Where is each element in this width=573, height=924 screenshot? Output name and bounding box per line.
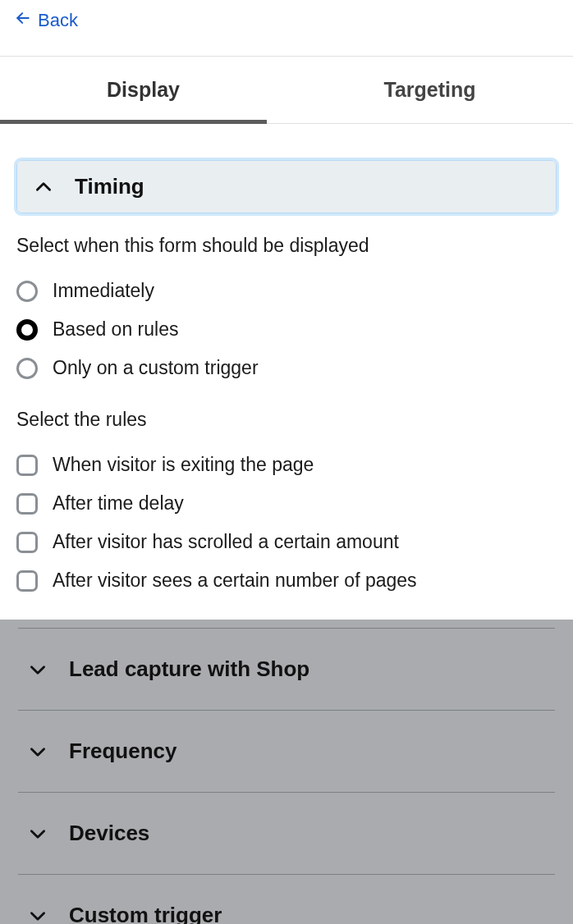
radio-custom-trigger-label: Only on a custom trigger: [53, 357, 259, 379]
arrow-left-icon: [15, 10, 31, 31]
back-label: Back: [38, 10, 78, 31]
chevron-down-icon: [26, 822, 49, 845]
tab-targeting[interactable]: Targeting: [286, 57, 573, 123]
tab-display-label: Display: [107, 78, 180, 102]
checkbox-page-views[interactable]: After visitor sees a certain number of p…: [16, 561, 557, 600]
timing-prompt: Select when this form should be displaye…: [16, 235, 557, 257]
header-bar: Back: [0, 0, 573, 57]
radio-custom-trigger[interactable]: Only on a custom trigger: [16, 349, 557, 387]
accordion-lead-capture-title: Lead capture with Shop: [69, 656, 309, 682]
accordion-custom-trigger[interactable]: Custom trigger: [18, 874, 555, 924]
radio-icon: [16, 319, 38, 341]
radio-immediately-label: Immediately: [53, 280, 154, 302]
accordion-lead-capture[interactable]: Lead capture with Shop: [18, 628, 555, 710]
chevron-down-icon: [26, 658, 49, 681]
accordion-frequency[interactable]: Frequency: [18, 710, 555, 792]
accordion-custom-trigger-title: Custom trigger: [69, 903, 222, 924]
accordion-frequency-title: Frequency: [69, 739, 177, 764]
accordion-devices[interactable]: Devices: [18, 792, 555, 874]
checkbox-delay-label: After time delay: [53, 492, 184, 515]
radio-based-on-rules[interactable]: Based on rules: [16, 310, 557, 349]
chevron-down-icon: [26, 904, 49, 925]
checkbox-time-delay[interactable]: After time delay: [16, 484, 557, 523]
collapsed-sections: Lead capture with Shop Frequency Devices…: [0, 620, 573, 924]
back-button[interactable]: Back: [15, 5, 78, 31]
checkbox-scroll-amount[interactable]: After visitor has scrolled a certain amo…: [16, 523, 557, 561]
accordion-devices-title: Devices: [69, 821, 149, 846]
accordion-timing-header[interactable]: Timing: [16, 160, 557, 213]
tab-display[interactable]: Display: [0, 57, 286, 123]
chevron-down-icon: [26, 740, 49, 763]
tab-targeting-label: Targeting: [383, 78, 475, 102]
display-tab-content: Timing Select when this form should be d…: [0, 124, 573, 600]
chevron-up-icon: [32, 176, 55, 199]
radio-based-on-rules-label: Based on rules: [53, 318, 178, 341]
checkbox-pages-label: After visitor sees a certain number of p…: [53, 569, 417, 592]
checkbox-icon: [16, 493, 38, 515]
checkbox-exit-label: When visitor is exiting the page: [53, 454, 314, 476]
checkbox-scroll-label: After visitor has scrolled a certain amo…: [53, 531, 399, 553]
checkbox-icon: [16, 532, 38, 553]
accordion-timing-title: Timing: [75, 174, 144, 199]
radio-icon: [16, 281, 38, 302]
checkbox-icon: [16, 455, 38, 476]
radio-immediately[interactable]: Immediately: [16, 272, 557, 310]
radio-icon: [16, 358, 38, 379]
tabs: Display Targeting: [0, 57, 573, 124]
rules-prompt: Select the rules: [16, 409, 557, 431]
checkbox-icon: [16, 570, 38, 592]
checkbox-exit-intent[interactable]: When visitor is exiting the page: [16, 446, 557, 484]
